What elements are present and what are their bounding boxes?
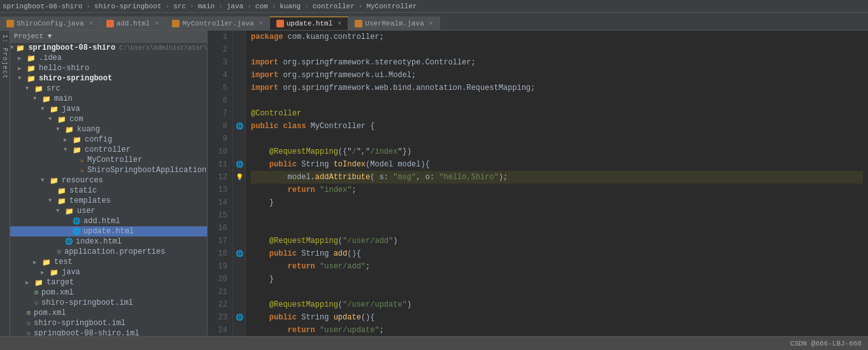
code-line-5: import org.springframework.web.bind.anno… bbox=[251, 82, 863, 94]
folder-icon: 📁 bbox=[34, 85, 43, 93]
path-label: C:\Users\Administrator\Desktop\s bbox=[119, 45, 208, 52]
tree-item-resources[interactable]: ▼ 📁 resources bbox=[10, 175, 207, 186]
line-num: 18 bbox=[213, 247, 227, 260]
expand-arrow-icon: ▼ bbox=[25, 85, 32, 92]
tree-item-com[interactable]: ▼ 📁 com bbox=[10, 114, 207, 124]
tree-item-src[interactable]: ▼ 📁 src bbox=[10, 84, 207, 94]
expand-arrow-icon: ▶ bbox=[18, 65, 24, 72]
tab-shiroconfig[interactable]: ShiroConfig.java × bbox=[0, 17, 100, 30]
tree-label: user bbox=[77, 207, 96, 215]
project-panel-label: 1: Project bbox=[0, 31, 10, 336]
tab-add[interactable]: add.html × bbox=[100, 17, 166, 30]
breadcrumb-part: com bbox=[255, 3, 268, 10]
line-num: 3 bbox=[213, 56, 227, 69]
editor-gutter: 🌐 🌐 💡 🌐 🌐 bbox=[233, 31, 246, 336]
project-title: Project ▼ bbox=[14, 33, 52, 40]
tree-label: shiro-springboot.iml bbox=[34, 319, 125, 328]
tree-label: add.html bbox=[83, 217, 120, 226]
tab-update[interactable]: update.html × bbox=[270, 17, 349, 30]
folder-icon: 📁 bbox=[50, 177, 59, 185]
code-line-17: @RequestMapping("/user/add") bbox=[251, 235, 863, 247]
folder-icon: 📁 bbox=[34, 279, 43, 287]
folder-icon: 📁 bbox=[16, 44, 25, 52]
code-line-9 bbox=[251, 133, 863, 145]
tab-close-icon[interactable]: × bbox=[338, 20, 341, 27]
gutter-cell bbox=[233, 324, 245, 336]
tree-item-pom-inner[interactable]: m pom.xml bbox=[10, 288, 207, 298]
tree-item-target[interactable]: ▶ 📁 target bbox=[10, 277, 207, 288]
gutter-cell bbox=[233, 56, 245, 69]
tab-close-icon[interactable]: × bbox=[89, 20, 93, 27]
iml-file-icon: ◇ bbox=[34, 299, 38, 307]
tree-label: kuang bbox=[77, 125, 100, 134]
tree-item-config[interactable]: ▶ 📁 config bbox=[10, 135, 207, 145]
tab-label: add.html bbox=[117, 20, 150, 27]
html-file-icon: 🌐 bbox=[73, 228, 80, 235]
tree-item-kuang[interactable]: ▼ 📁 kuang bbox=[10, 124, 207, 135]
gutter-cell: 🌐 bbox=[233, 120, 245, 133]
code-line-3: import org.springframework.stereotype.Co… bbox=[251, 56, 863, 69]
tree-item-root-iml[interactable]: ◇ springboot-08-shiro.iml bbox=[10, 328, 207, 336]
code-line-1: package com.kuang.controller; bbox=[251, 31, 863, 43]
expand-arrow-icon: ▼ bbox=[18, 75, 24, 82]
java-file-icon: ☕ bbox=[80, 156, 84, 164]
tree-item-java[interactable]: ▼ 📁 java bbox=[10, 104, 207, 114]
breadcrumb-part: MyController bbox=[366, 3, 416, 10]
tab-mycontroller[interactable]: MyController.java × bbox=[166, 17, 269, 30]
tree-item-index-html[interactable]: 🌐 index.html bbox=[10, 237, 207, 247]
iml-file-icon: ◇ bbox=[27, 319, 31, 327]
tree-item-templates[interactable]: ▼ 📁 templates bbox=[10, 196, 207, 206]
line-num: 16 bbox=[213, 222, 227, 235]
tree-item-update-html[interactable]: 🌐 update.html bbox=[10, 226, 207, 237]
tree-item-test-java[interactable]: ▶ 📁 java bbox=[10, 267, 207, 277]
gutter-cell bbox=[233, 184, 245, 196]
tree-label: hello-shiro bbox=[39, 64, 89, 73]
tab-userrealm[interactable]: UserRealm.java × bbox=[348, 17, 439, 30]
code-area[interactable]: 1 2 3 4 5 6 7 8 9 10 11 12 13 14 15 16 1… bbox=[208, 31, 868, 336]
tree-item-shirospringbootapp[interactable]: ☕ ShiroSpringbootApplication bbox=[10, 165, 207, 175]
tree-item-static[interactable]: 📁 static bbox=[10, 186, 207, 196]
iml-file-icon: ◇ bbox=[27, 330, 31, 336]
breadcrumb-sep: › bbox=[359, 3, 363, 10]
tree-item-shiro-springboot[interactable]: ▼ 📁 shiro-springboot bbox=[10, 73, 207, 84]
java-file-icon: ☕ bbox=[80, 166, 84, 174]
line-num: 7 bbox=[213, 107, 227, 120]
tree-item-user-folder[interactable]: ▼ 📁 user bbox=[10, 206, 207, 216]
line-num: 17 bbox=[213, 235, 227, 247]
tree-item-shiro-iml[interactable]: ◇ shiro-springboot.iml bbox=[10, 298, 207, 308]
tree-item-hello-shiro[interactable]: ▶ 📁 hello-shiro bbox=[10, 63, 207, 73]
tree-item-main[interactable]: ▼ 📁 main bbox=[10, 94, 207, 104]
tree-item-springboot-08-shiro[interactable]: ▼ 📁 springboot-08-shiro C:\Users\Adminis… bbox=[10, 43, 207, 53]
tab-close-icon[interactable]: × bbox=[155, 20, 159, 27]
breadcrumb-sep: › bbox=[247, 3, 252, 10]
tree-label: config bbox=[85, 135, 112, 144]
tree-item-pom-outer[interactable]: m pom.xml bbox=[10, 308, 207, 318]
tree-label: ShiroSpringbootApplication bbox=[87, 166, 206, 175]
code-line-13: return "index"; bbox=[251, 184, 863, 196]
code-line-14: } bbox=[251, 196, 863, 209]
tree-item-iml-outer[interactable]: ◇ shiro-springboot.iml bbox=[10, 318, 207, 328]
tree-item-app-props[interactable]: ⚙ application.properties bbox=[10, 247, 207, 257]
line-num: 10 bbox=[213, 145, 227, 158]
tree-label: index.html bbox=[76, 237, 122, 246]
tab-label: MyController.java bbox=[182, 20, 253, 27]
tree-item-test[interactable]: ▶ 📁 test bbox=[10, 257, 207, 267]
tree-label: pom.xml bbox=[34, 309, 66, 317]
tree-item-idea[interactable]: ▶ 📁 .idea bbox=[10, 53, 207, 63]
expand-arrow-icon: ▼ bbox=[41, 177, 47, 184]
tree-item-controller[interactable]: ▼ 📁 controller bbox=[10, 145, 207, 155]
code-lines[interactable]: package com.kuang.controller; import org… bbox=[246, 31, 868, 336]
html-file-icon: 🌐 bbox=[73, 217, 80, 225]
line-num: 22 bbox=[213, 298, 227, 311]
code-line-11: public String toIndex(Model model){ bbox=[251, 158, 863, 171]
tree-label: test bbox=[54, 258, 73, 266]
code-line-8: public class MyController { bbox=[251, 120, 863, 133]
tree-item-add-html[interactable]: 🌐 add.html bbox=[10, 216, 207, 226]
tree-label: target bbox=[46, 278, 74, 287]
line-num: 9 bbox=[213, 133, 227, 145]
tree-item-mycontroller-class[interactable]: ☕ MyController bbox=[10, 155, 207, 165]
tree-label: springboot-08-shiro bbox=[28, 43, 115, 52]
tab-close-icon[interactable]: × bbox=[259, 20, 263, 27]
tab-close-icon[interactable]: × bbox=[429, 20, 433, 27]
breadcrumb-sep: › bbox=[272, 3, 276, 10]
